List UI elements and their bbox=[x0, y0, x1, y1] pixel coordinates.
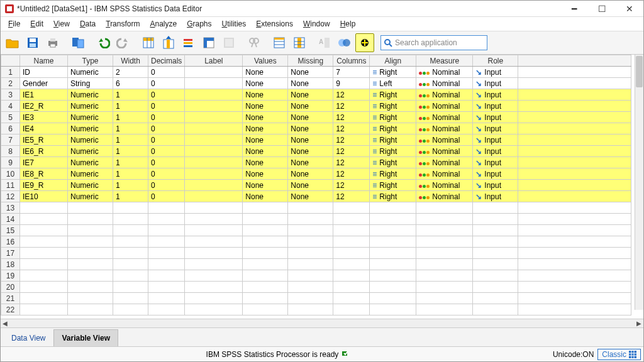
cell-columns[interactable]: 12 bbox=[333, 168, 370, 180]
menu-transform[interactable]: Transform bbox=[101, 18, 145, 30]
cell-values[interactable]: None bbox=[243, 101, 288, 112]
cell-measure[interactable]: Nominal bbox=[416, 180, 473, 191]
cell-missing[interactable]: None bbox=[288, 191, 333, 202]
cell-align[interactable]: Right bbox=[370, 89, 416, 101]
cell-role[interactable]: Input bbox=[473, 112, 518, 123]
cell-align[interactable]: Left bbox=[370, 78, 416, 89]
cell-type[interactable]: Numeric bbox=[68, 89, 113, 101]
cell-role[interactable]: Input bbox=[473, 180, 518, 191]
maximize-button[interactable]: ☐ bbox=[588, 1, 616, 17]
cell-missing[interactable]: None bbox=[288, 157, 333, 168]
cell-decimals[interactable]: 0 bbox=[148, 146, 185, 157]
menu-extensions[interactable]: Extensions bbox=[251, 18, 298, 30]
cell-label[interactable] bbox=[185, 67, 243, 78]
cell-missing[interactable]: None bbox=[288, 180, 333, 191]
cell-measure[interactable]: Nominal bbox=[416, 191, 473, 202]
cell-columns[interactable]: 12 bbox=[333, 157, 370, 168]
cell-label[interactable] bbox=[185, 146, 243, 157]
cell-type[interactable]: Numeric bbox=[68, 180, 113, 191]
print-icon[interactable] bbox=[43, 33, 62, 52]
cell-label[interactable] bbox=[185, 78, 243, 89]
cell-width[interactable]: 1 bbox=[113, 101, 148, 112]
table-row[interactable]: 5IE3Numeric10NoneNone12RightNominalInput bbox=[1, 112, 631, 123]
cell-name[interactable]: IE3 bbox=[20, 112, 68, 123]
cell-role[interactable]: Input bbox=[473, 191, 518, 202]
row-number[interactable]: 11 bbox=[1, 180, 20, 191]
column-header-name[interactable]: Name bbox=[20, 55, 68, 67]
cell-decimals[interactable]: 0 bbox=[148, 168, 185, 180]
cell-role[interactable]: Input bbox=[473, 78, 518, 89]
select-cases-icon[interactable]: A bbox=[315, 33, 334, 52]
cell-decimals[interactable]: 0 bbox=[148, 112, 185, 123]
table-row-empty[interactable]: 16 bbox=[1, 236, 631, 248]
cell-align[interactable]: Right bbox=[370, 157, 416, 168]
row-number[interactable]: 4 bbox=[1, 101, 20, 112]
cell-width[interactable]: 1 bbox=[113, 123, 148, 134]
horizontal-scrollbar[interactable]: ◀ ▶ bbox=[1, 319, 643, 327]
close-button[interactable]: ✕ bbox=[616, 1, 643, 17]
cell-type[interactable]: Numeric bbox=[68, 112, 113, 123]
cell-width[interactable]: 1 bbox=[113, 157, 148, 168]
column-header-type[interactable]: Type bbox=[68, 55, 113, 67]
cell-measure[interactable]: Nominal bbox=[416, 78, 473, 89]
cell-role[interactable]: Input bbox=[473, 146, 518, 157]
cell-width[interactable]: 1 bbox=[113, 146, 148, 157]
cell-values[interactable]: None bbox=[243, 123, 288, 134]
cell-columns[interactable]: 12 bbox=[333, 134, 370, 146]
row-number[interactable]: 9 bbox=[1, 157, 20, 168]
cell-decimals[interactable]: 0 bbox=[148, 191, 185, 202]
cell-columns[interactable]: 7 bbox=[333, 67, 370, 78]
cell-columns[interactable]: 12 bbox=[333, 89, 370, 101]
cell-align[interactable]: Right bbox=[370, 146, 416, 157]
undo-icon[interactable] bbox=[94, 33, 113, 52]
corner-cell[interactable] bbox=[1, 55, 20, 67]
cell-columns[interactable]: 12 bbox=[333, 101, 370, 112]
table-row-empty[interactable]: 18 bbox=[1, 259, 631, 270]
column-header-align[interactable]: Align bbox=[370, 55, 416, 67]
table-row[interactable]: 9IE7Numeric10NoneNone12RightNominalInput bbox=[1, 157, 631, 168]
row-number[interactable]: 1 bbox=[1, 67, 20, 78]
cell-name[interactable]: IE8_R bbox=[20, 168, 68, 180]
cell-name[interactable]: IE9_R bbox=[20, 180, 68, 191]
cell-decimals[interactable]: 0 bbox=[148, 180, 185, 191]
row-number[interactable]: 8 bbox=[1, 146, 20, 157]
cell-missing[interactable]: None bbox=[288, 146, 333, 157]
column-header-width[interactable]: Width bbox=[113, 55, 148, 67]
value-labels-icon[interactable] bbox=[335, 33, 354, 52]
cell-align[interactable]: Right bbox=[370, 123, 416, 134]
cell-measure[interactable]: Nominal bbox=[416, 134, 473, 146]
row-number[interactable]: 3 bbox=[1, 89, 20, 101]
cell-type[interactable]: Numeric bbox=[68, 191, 113, 202]
variable-grid[interactable]: NameTypeWidthDecimalsLabelValuesMissingC… bbox=[1, 55, 631, 315]
cell-decimals[interactable]: 0 bbox=[148, 157, 185, 168]
row-number[interactable]: 7 bbox=[1, 134, 20, 146]
cell-width[interactable]: 1 bbox=[113, 112, 148, 123]
table-row[interactable]: 3IE1Numeric10NoneNone12RightNominalInput bbox=[1, 89, 631, 101]
row-number[interactable]: 6 bbox=[1, 123, 20, 134]
cell-label[interactable] bbox=[185, 123, 243, 134]
cell-measure[interactable]: Nominal bbox=[416, 157, 473, 168]
cell-decimals[interactable]: 0 bbox=[148, 101, 185, 112]
cell-values[interactable]: None bbox=[243, 89, 288, 101]
search-box[interactable] bbox=[380, 35, 487, 50]
cell-measure[interactable]: Nominal bbox=[416, 89, 473, 101]
table-row[interactable]: 6IE4Numeric10NoneNone12RightNominalInput bbox=[1, 123, 631, 134]
cell-align[interactable]: Right bbox=[370, 191, 416, 202]
table-row[interactable]: 1IDNumeric20NoneNone7RightNominalInput bbox=[1, 67, 631, 78]
cell-width[interactable]: 1 bbox=[113, 180, 148, 191]
cell-label[interactable] bbox=[185, 89, 243, 101]
cell-columns[interactable]: 12 bbox=[333, 112, 370, 123]
cell-missing[interactable]: None bbox=[288, 101, 333, 112]
menu-file[interactable]: File bbox=[3, 18, 25, 30]
column-header-label[interactable]: Label bbox=[185, 55, 243, 67]
cell-decimals[interactable]: 0 bbox=[148, 89, 185, 101]
cell-label[interactable] bbox=[185, 168, 243, 180]
run-icon[interactable] bbox=[219, 33, 238, 52]
table-row-empty[interactable]: 15 bbox=[1, 225, 631, 236]
cell-label[interactable] bbox=[185, 157, 243, 168]
column-header-role[interactable]: Role bbox=[473, 55, 518, 67]
cell-role[interactable]: Input bbox=[473, 89, 518, 101]
cell-decimals[interactable]: 0 bbox=[148, 134, 185, 146]
cell-missing[interactable]: None bbox=[288, 168, 333, 180]
cell-name[interactable]: Gender bbox=[20, 78, 68, 89]
